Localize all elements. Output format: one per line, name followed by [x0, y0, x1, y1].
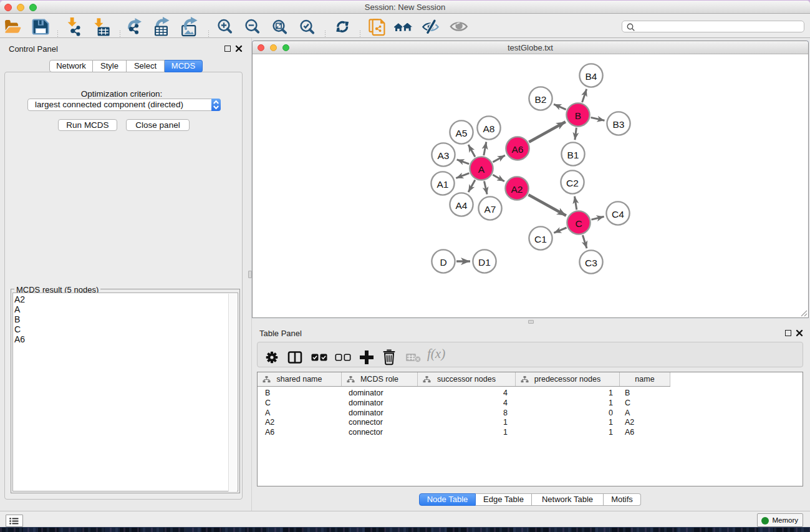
svg-text:C2: C2: [566, 178, 579, 188]
svg-text:B2: B2: [535, 94, 547, 105]
svg-text:A4: A4: [456, 200, 468, 211]
svg-text:B3: B3: [613, 119, 625, 130]
svg-text:A5: A5: [456, 128, 468, 138]
svg-text:B1: B1: [567, 150, 579, 160]
svg-text:A2: A2: [511, 184, 523, 195]
svg-text:D: D: [440, 257, 446, 268]
svg-text:C: C: [575, 218, 582, 229]
svg-text:C1: C1: [534, 234, 547, 244]
svg-text:A1: A1: [437, 179, 449, 190]
svg-text:B4: B4: [586, 71, 597, 82]
svg-text:A6: A6: [512, 144, 524, 155]
svg-text:C3: C3: [585, 258, 597, 268]
svg-text:A: A: [478, 164, 485, 175]
svg-text:C4: C4: [612, 209, 624, 220]
svg-text:B: B: [575, 110, 581, 121]
svg-text:A7: A7: [485, 204, 496, 215]
svg-text:A8: A8: [483, 123, 495, 134]
svg-text:A3: A3: [438, 150, 450, 161]
svg-text:D1: D1: [478, 257, 491, 268]
